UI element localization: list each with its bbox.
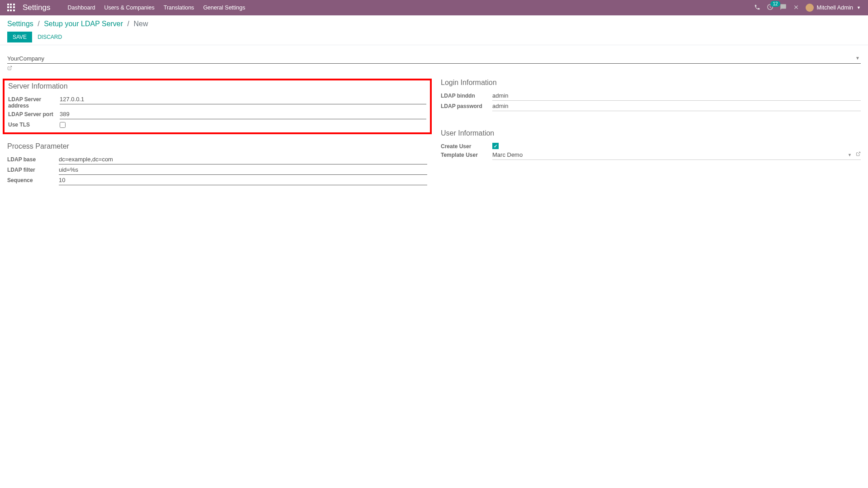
top-navbar: Settings Dashboard Users & Companies Tra… bbox=[0, 0, 868, 15]
breadcrumb-ldap-setup[interactable]: Setup your LDAP Server bbox=[44, 20, 123, 28]
form-right-column: Login Information LDAP binddn LDAP passw… bbox=[441, 79, 861, 197]
nav-general-settings[interactable]: General Settings bbox=[198, 0, 250, 15]
avatar bbox=[806, 4, 814, 12]
company-input[interactable] bbox=[7, 54, 861, 64]
input-sequence[interactable] bbox=[59, 176, 427, 185]
label-ldap-filter: LDAP filter bbox=[7, 165, 59, 173]
breadcrumb-bar: Settings / Setup your LDAP Server / New … bbox=[0, 15, 868, 45]
phone-icon[interactable] bbox=[754, 4, 760, 12]
notification-badge: 12 bbox=[770, 1, 780, 7]
chevron-down-icon: ▼ bbox=[857, 5, 861, 10]
navbar-brand[interactable]: Settings bbox=[23, 3, 50, 12]
label-ldap-binddn: LDAP binddn bbox=[441, 91, 492, 99]
activity-icon[interactable]: 12 bbox=[767, 4, 774, 12]
breadcrumb-new: New bbox=[133, 20, 148, 28]
label-ldap-server-address: LDAP Server address bbox=[8, 95, 60, 109]
chevron-down-icon: ▼ bbox=[848, 153, 852, 157]
checkbox-create-user[interactable] bbox=[492, 143, 499, 149]
form-left-column: Server Information LDAP Server address L… bbox=[7, 79, 427, 197]
user-information-section: User Information Create User Template Us… bbox=[441, 129, 861, 160]
discard-button[interactable]: DISCARD bbox=[33, 32, 66, 42]
section-title-user-info: User Information bbox=[441, 129, 861, 137]
svg-line-0 bbox=[9, 66, 12, 68]
section-title-server-info: Server Information bbox=[8, 82, 426, 90]
action-buttons: SAVE DISCARD bbox=[7, 32, 861, 42]
label-template-user: Template User bbox=[441, 150, 492, 158]
svg-line-1 bbox=[858, 152, 860, 154]
nav-dashboard[interactable]: Dashboard bbox=[63, 0, 99, 15]
input-ldap-server-address[interactable] bbox=[60, 95, 426, 104]
label-sequence: Sequence bbox=[7, 176, 59, 183]
user-name: Mitchell Admin bbox=[816, 5, 853, 11]
external-link-icon[interactable] bbox=[7, 66, 12, 71]
nav-users-companies[interactable]: Users & Companies bbox=[100, 0, 159, 15]
checkbox-use-tls[interactable] bbox=[60, 122, 66, 128]
input-ldap-server-port[interactable] bbox=[60, 110, 426, 119]
navbar-right: 12 Mitchell Admin ▼ bbox=[754, 4, 861, 12]
form-columns: Server Information LDAP Server address L… bbox=[7, 79, 861, 197]
section-title-login-info: Login Information bbox=[441, 79, 861, 87]
user-menu[interactable]: Mitchell Admin ▼ bbox=[806, 4, 861, 12]
nav-translations[interactable]: Translations bbox=[159, 0, 199, 15]
label-create-user: Create User bbox=[441, 142, 492, 150]
breadcrumb: Settings / Setup your LDAP Server / New bbox=[7, 20, 861, 28]
input-ldap-filter[interactable] bbox=[59, 165, 427, 175]
login-information-section: Login Information LDAP binddn LDAP passw… bbox=[441, 79, 861, 111]
label-ldap-password: LDAP password bbox=[441, 102, 492, 109]
section-title-process-param: Process Parameter bbox=[7, 142, 427, 150]
form-content: ▼ Server Information LDAP Server address… bbox=[0, 45, 868, 206]
apps-icon[interactable] bbox=[7, 4, 15, 12]
input-ldap-base[interactable] bbox=[59, 155, 427, 164]
input-ldap-password[interactable] bbox=[492, 102, 861, 111]
save-button[interactable]: SAVE bbox=[7, 32, 32, 42]
navbar-menu: Dashboard Users & Companies Translations… bbox=[63, 0, 250, 15]
server-information-section: Server Information LDAP Server address L… bbox=[3, 79, 432, 134]
input-template-user[interactable] bbox=[492, 150, 861, 160]
breadcrumb-settings[interactable]: Settings bbox=[7, 20, 33, 28]
external-link-icon[interactable] bbox=[856, 151, 861, 157]
input-ldap-binddn[interactable] bbox=[492, 91, 861, 101]
label-use-tls: Use TLS bbox=[8, 120, 60, 128]
close-icon[interactable] bbox=[793, 4, 799, 12]
company-field-row: ▼ bbox=[7, 54, 861, 72]
label-ldap-server-port: LDAP Server port bbox=[8, 110, 60, 117]
process-parameter-section: Process Parameter LDAP base LDAP filter … bbox=[7, 142, 427, 185]
messages-icon[interactable] bbox=[780, 4, 787, 12]
label-ldap-base: LDAP base bbox=[7, 155, 59, 163]
